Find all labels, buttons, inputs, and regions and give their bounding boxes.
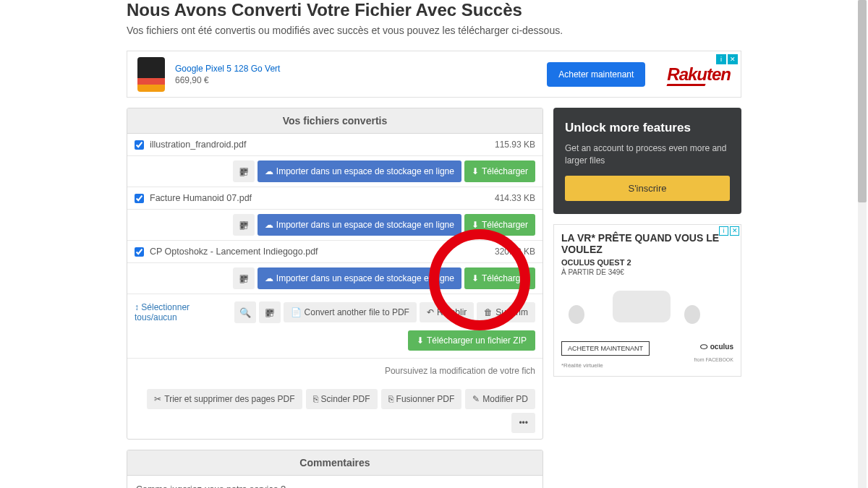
ad-brand: Rakuten: [667, 64, 731, 85]
file-checkbox[interactable]: [135, 247, 144, 257]
side-ad-buy[interactable]: ACHETER MAINTENANT: [561, 341, 650, 356]
unlock-title: Unlock more features: [565, 121, 730, 135]
page-subtitle: Vos fichiers ont été convertis ou modifi…: [127, 25, 741, 36]
qr-icon: ▣▣▣▫: [266, 309, 273, 316]
file-name: Facture Humanoid 07.pdf: [150, 193, 495, 203]
comments-panel: Commentaires Comme jugeriez-vous notre s…: [127, 450, 543, 488]
ad-close-icon[interactable]: ✕: [730, 226, 739, 236]
qr-icon: ▣▣▣▫: [240, 221, 247, 228]
import-cloud-button[interactable]: ☁Importer dans un espace de stockage en …: [258, 267, 461, 289]
search-icon: 🔍: [239, 307, 251, 318]
modify-pdf-button[interactable]: ✎Modifier PD: [465, 389, 535, 409]
side-ad-brand: oculus: [700, 341, 733, 351]
qr-button[interactable]: ▣▣▣▫: [233, 214, 255, 236]
comments-header: Commentaires: [127, 450, 542, 476]
download-icon: ⬇: [472, 273, 479, 283]
trash-icon: 🗑: [484, 307, 493, 317]
scrollbar-thumb[interactable]: [858, 0, 867, 202]
continue-editing-text: Poursuivez la modification de votre fich: [127, 359, 542, 383]
scrollbar[interactable]: [858, 0, 867, 488]
download-zip-button[interactable]: ⬇Télécharger un fichier ZIP: [408, 330, 535, 351]
download-icon: ⬇: [472, 166, 479, 176]
scissors-icon: ✂: [154, 394, 161, 404]
signup-button[interactable]: S'inscrire: [565, 176, 730, 201]
rating-question: Comme jugeriez-vous notre service ?: [136, 484, 534, 488]
side-ad-sub2: À PARTIR DE 349€: [561, 268, 733, 276]
file-size: 414.33 KB: [495, 193, 535, 203]
convert-another-button[interactable]: 📄Convert another file to PDF: [284, 302, 417, 322]
ad-side[interactable]: i✕ LA VR* PRÊTE QUAND VOUS LE VOULEZ OCU…: [553, 224, 741, 377]
download-icon: ⬇: [472, 220, 479, 230]
ad-buy-button[interactable]: Acheter maintenant: [547, 62, 645, 87]
side-ad-title: LA VR* PRÊTE QUAND VOUS LE VOULEZ: [561, 232, 733, 255]
download-button[interactable]: ⬇Télécharger: [464, 267, 535, 289]
ad-product-name: Google Pixel 5 128 Go Vert: [175, 64, 547, 74]
download-button[interactable]: ⬇Télécharger: [464, 214, 535, 236]
qr-icon: ▣▣▣▫: [240, 168, 247, 175]
ad-product-price: 669,90 €: [175, 75, 547, 85]
file-name: CP Optoshokz - Lancement Indiegogo.pdf: [150, 247, 495, 257]
unlock-box: Unlock more features Get an account to p…: [553, 108, 741, 214]
side-ad-image: [561, 283, 733, 334]
more-button[interactable]: •••: [511, 413, 535, 433]
cloud-icon: ☁: [265, 273, 273, 283]
delete-button[interactable]: 🗑Supprim: [477, 302, 535, 322]
ad-info-icon[interactable]: i: [716, 54, 726, 64]
search-button[interactable]: 🔍: [234, 301, 256, 323]
ad-info-icon[interactable]: i: [719, 226, 728, 236]
side-ad-from: from FACEBOOK: [694, 357, 733, 362]
merge-icon: ⎘: [388, 394, 393, 404]
side-ad-sub1: OCULUS QUEST 2: [561, 258, 733, 267]
file-name: illustration_frandroid.pdf: [150, 140, 495, 150]
merge-pdf-button[interactable]: ⎘Fusionner PDF: [381, 389, 462, 409]
unlock-desc: Get an account to process even more and …: [565, 142, 730, 167]
download-icon: ⬇: [417, 335, 424, 346]
cloud-icon: ☁: [265, 220, 273, 230]
split-pdf-button[interactable]: ⎘Scinder PDF: [306, 389, 378, 409]
split-icon: ⎘: [313, 394, 318, 404]
edit-icon: ✎: [472, 394, 480, 404]
sort-pages-button[interactable]: ✂Trier et supprimer des pages PDF: [147, 389, 302, 409]
file-row: CP Optoshokz - Lancement Indiegogo.pdf 3…: [127, 241, 542, 263]
files-panel: Vos fichiers convertis illustration_fran…: [127, 108, 543, 440]
qr-button[interactable]: ▣▣▣▫: [233, 160, 255, 182]
file-size: 320.92 KB: [495, 247, 535, 257]
qr-button[interactable]: ▣▣▣▫: [233, 267, 255, 289]
side-ad-note: *Réalité virtuelle: [561, 362, 733, 369]
select-all-link[interactable]: ↕ Sélectionner tous/aucun: [135, 302, 231, 322]
ad-product-image: [137, 57, 165, 92]
file-icon: 📄: [291, 307, 302, 317]
restore-button[interactable]: ↶Rétablir: [420, 302, 474, 322]
download-button[interactable]: ⬇Télécharger: [464, 160, 535, 182]
qr-icon: ▣▣▣▫: [240, 275, 247, 282]
import-cloud-button[interactable]: ☁Importer dans un espace de stockage en …: [258, 214, 461, 236]
cloud-icon: ☁: [265, 166, 273, 176]
file-checkbox[interactable]: [135, 140, 144, 150]
ad-close-icon[interactable]: ✕: [728, 54, 738, 64]
files-panel-header: Vos fichiers convertis: [127, 108, 542, 134]
file-row: illustration_frandroid.pdf 115.93 KB: [127, 134, 542, 156]
file-row: Facture Humanoid 07.pdf 414.33 KB: [127, 187, 542, 210]
file-size: 115.93 KB: [495, 140, 535, 150]
undo-icon: ↶: [427, 307, 434, 317]
file-checkbox[interactable]: [135, 194, 144, 203]
page-title: Nous Avons Converti Votre Fichier Avec S…: [127, 0, 741, 20]
import-cloud-button[interactable]: ☁Importer dans un espace de stockage en …: [258, 160, 461, 182]
ad-top[interactable]: Google Pixel 5 128 Go Vert 669,90 € Ache…: [127, 51, 741, 98]
qr-button[interactable]: ▣▣▣▫: [259, 301, 281, 323]
